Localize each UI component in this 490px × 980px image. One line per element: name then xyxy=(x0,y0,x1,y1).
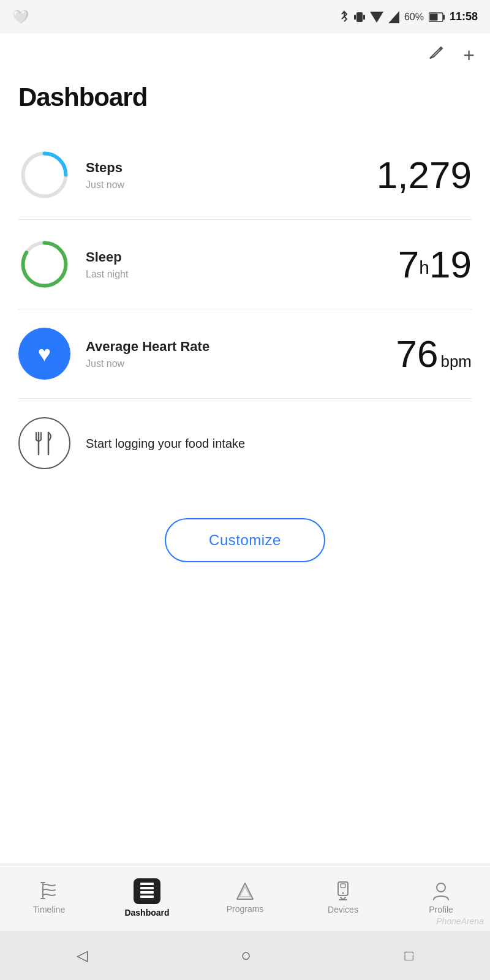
steps-subtitle: Just now xyxy=(86,179,377,190)
nav-label-profile: Profile xyxy=(429,905,453,914)
battery-percent: 60% xyxy=(404,12,424,23)
svg-rect-0 xyxy=(356,12,363,22)
dashboard-active-bg xyxy=(134,878,160,904)
page-title-container: Dashboard xyxy=(0,77,490,130)
app-icon: 🤍 xyxy=(12,9,29,25)
page-title: Dashboard xyxy=(18,83,472,112)
timeline-icon xyxy=(40,881,58,901)
svg-rect-18 xyxy=(140,891,154,894)
heart-rate-number: 76 xyxy=(396,333,438,375)
sleep-value: 7h19 xyxy=(398,243,472,286)
sleep-subtitle: Last night xyxy=(86,269,398,280)
steps-info: Steps Just now xyxy=(86,159,377,190)
nav-item-timeline[interactable]: Timeline xyxy=(0,881,98,914)
svg-rect-16 xyxy=(140,883,154,885)
svg-rect-23 xyxy=(341,884,345,888)
sleep-minutes: 19 xyxy=(429,243,472,285)
nav-label-programs: Programs xyxy=(227,904,264,914)
wifi-icon xyxy=(370,12,383,23)
devices-icon xyxy=(334,881,352,901)
system-nav-bar: ◁ ○ □ xyxy=(0,931,490,980)
food-name: Start logging your food intake xyxy=(86,435,472,451)
dashboard-icon xyxy=(140,882,154,898)
bpm-unit: bpm xyxy=(440,352,472,371)
svg-marker-3 xyxy=(370,12,383,23)
svg-rect-19 xyxy=(140,895,154,898)
svg-rect-17 xyxy=(140,887,154,889)
home-button[interactable]: ○ xyxy=(241,946,251,965)
signal-icon xyxy=(388,11,399,23)
sleep-info: Sleep Last night xyxy=(86,249,398,280)
nav-label-timeline: Timeline xyxy=(33,905,65,914)
programs-icon xyxy=(236,882,254,900)
svg-rect-7 xyxy=(429,13,437,20)
sleep-name: Sleep xyxy=(86,249,398,266)
heart-rate-name: Average Heart Rate xyxy=(86,338,396,356)
battery-icon xyxy=(429,12,445,22)
svg-point-24 xyxy=(342,892,344,894)
heart-symbol-icon: ♥ xyxy=(38,341,51,367)
food-metric-row[interactable]: Start logging your food intake xyxy=(18,399,472,488)
steps-name: Steps xyxy=(86,159,377,177)
edit-button[interactable] xyxy=(428,45,445,66)
food-circle-icon xyxy=(18,417,70,469)
svg-point-28 xyxy=(437,883,445,892)
recents-button[interactable]: □ xyxy=(404,947,413,964)
top-action-bar: + xyxy=(0,34,490,77)
steps-metric-row[interactable]: Steps Just now 1,279 xyxy=(18,130,472,220)
bottom-nav: Timeline Dashboard Programs xyxy=(0,864,490,931)
status-bar: 🤍 60% 11:58 xyxy=(0,0,490,34)
steps-value: 1,279 xyxy=(377,153,472,197)
nav-label-devices: Devices xyxy=(328,905,358,914)
sleep-circle-icon xyxy=(18,238,70,290)
profile-icon xyxy=(432,881,450,901)
bluetooth-icon xyxy=(339,10,349,24)
sleep-hours: 7 xyxy=(398,243,419,285)
customize-container: Customize xyxy=(18,518,472,562)
svg-rect-2 xyxy=(363,15,365,20)
heart-rate-metric-row[interactable]: ♥ Average Heart Rate Just now 76bpm xyxy=(18,309,472,399)
time-display: 11:58 xyxy=(450,10,478,23)
dashboard-content: Steps Just now 1,279 Sleep Last night 7h… xyxy=(0,130,490,562)
nav-item-dashboard[interactable]: Dashboard xyxy=(98,878,196,918)
nav-item-programs[interactable]: Programs xyxy=(196,882,294,914)
svg-rect-6 xyxy=(443,15,445,20)
food-info: Start logging your food intake xyxy=(86,435,472,451)
steps-circle-icon xyxy=(18,149,70,201)
nav-label-dashboard: Dashboard xyxy=(124,908,169,918)
status-right: 60% 11:58 xyxy=(339,10,478,24)
sleep-metric-row[interactable]: Sleep Last night 7h19 xyxy=(18,220,472,309)
nav-item-devices[interactable]: Devices xyxy=(294,881,392,914)
svg-rect-1 xyxy=(354,15,356,20)
heart-rate-circle-icon: ♥ xyxy=(18,328,70,380)
nav-item-profile[interactable]: Profile xyxy=(392,881,490,914)
heart-rate-info: Average Heart Rate Just now xyxy=(86,338,396,369)
heart-rate-subtitle: Just now xyxy=(86,358,396,369)
svg-marker-4 xyxy=(388,11,399,23)
back-button[interactable]: ◁ xyxy=(77,947,88,964)
customize-button[interactable]: Customize xyxy=(165,518,325,562)
vibrate-icon xyxy=(354,10,365,24)
status-left: 🤍 xyxy=(12,9,29,25)
watermark: PhoneArena xyxy=(436,916,484,926)
heart-rate-value: 76bpm xyxy=(396,332,472,375)
add-button[interactable]: + xyxy=(463,44,475,67)
